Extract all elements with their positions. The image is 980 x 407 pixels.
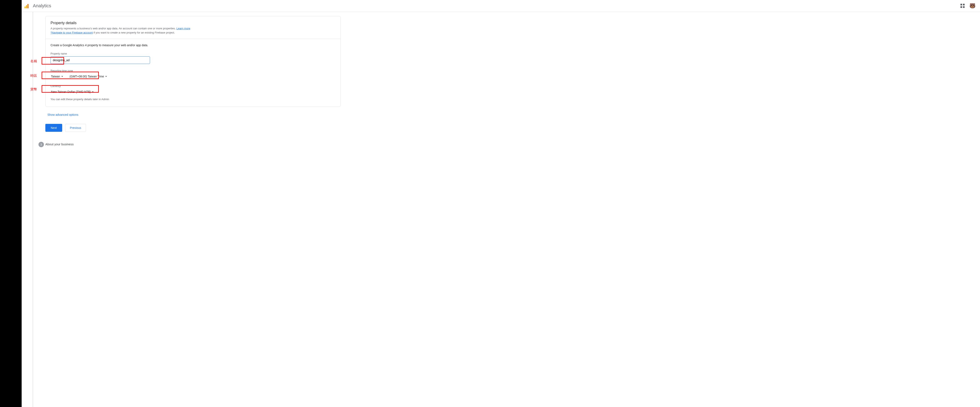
annotation-timezone: 時區 (30, 74, 37, 78)
step-3-number: 3 (40, 143, 42, 146)
currency-field: Currency New Taiwan Dollar (TWD NT$) (51, 85, 336, 95)
property-details-card: Property details A property represents a… (45, 16, 341, 107)
timezone-offset-dropdown[interactable]: (GMT+08:00) Taiwan Time (69, 73, 107, 79)
previous-button[interactable]: Previous (65, 124, 86, 132)
currency-label: Currency (51, 85, 336, 88)
property-name-input[interactable] (51, 56, 150, 64)
left-sidebar-blackout (0, 0, 22, 407)
step-3-row: 3 About your business (30, 142, 980, 150)
currency-dropdown[interactable]: New Taiwan Dollar (TWD NT$) (51, 89, 94, 95)
timezone-country-dropdown[interactable]: Taiwan (51, 73, 64, 79)
timezone-label: Reporting time zone (51, 69, 336, 72)
header-right: 🐻 (961, 3, 976, 9)
step-3-circle[interactable]: 3 (38, 142, 44, 147)
timezone-offset-value: (GMT+08:00) Taiwan Time (70, 75, 104, 78)
currency-value: New Taiwan Dollar (TWD NT$) (51, 90, 91, 94)
desc-prefix: A property represents a business's web a… (51, 27, 177, 30)
annotation-currency: 貨幣 (30, 87, 37, 92)
card-description: A property represents a business's web a… (51, 26, 336, 35)
stepper-line (33, 12, 33, 407)
edit-later-hint: You can edit these property details late… (51, 97, 336, 101)
top-header: Analytics 🐻 (22, 0, 980, 12)
next-button[interactable]: Next (45, 124, 62, 132)
step-3-label: About your business (45, 142, 74, 146)
brand: Analytics (25, 3, 51, 8)
timezone-field: Reporting time zone Taiwan (GMT+08:00) T… (51, 69, 336, 79)
avatar[interactable]: 🐻 (969, 3, 976, 9)
firebase-link[interactable]: *Navigate to your Firebase account (51, 31, 93, 34)
show-advanced-options-link[interactable]: Show advanced options (48, 113, 78, 117)
brand-name: Analytics (33, 3, 51, 8)
analytics-logo-icon (25, 3, 30, 8)
learn-more-link[interactable]: Learn more (177, 27, 190, 30)
button-row: Next Previous (45, 124, 980, 132)
timezone-country-value: Taiwan (51, 75, 60, 78)
card-subtitle: Create a Google Analytics 4 property to … (51, 43, 336, 47)
apps-grid-icon[interactable] (961, 4, 965, 8)
card-title: Property details (51, 21, 336, 25)
chevron-down-icon (61, 76, 63, 77)
property-name-label: Property name (51, 52, 336, 55)
content-area: 名稱 時區 貨幣 Property details A property rep… (22, 12, 980, 407)
property-name-field: Property name (51, 52, 336, 64)
chevron-down-icon (92, 91, 94, 93)
firebase-suffix: if you want to create a new property for… (93, 31, 175, 34)
annotation-name: 名稱 (30, 59, 37, 64)
chevron-down-icon (105, 76, 107, 77)
main-wrapper: Analytics 🐻 名稱 時區 貨幣 Property details A … (22, 0, 980, 407)
